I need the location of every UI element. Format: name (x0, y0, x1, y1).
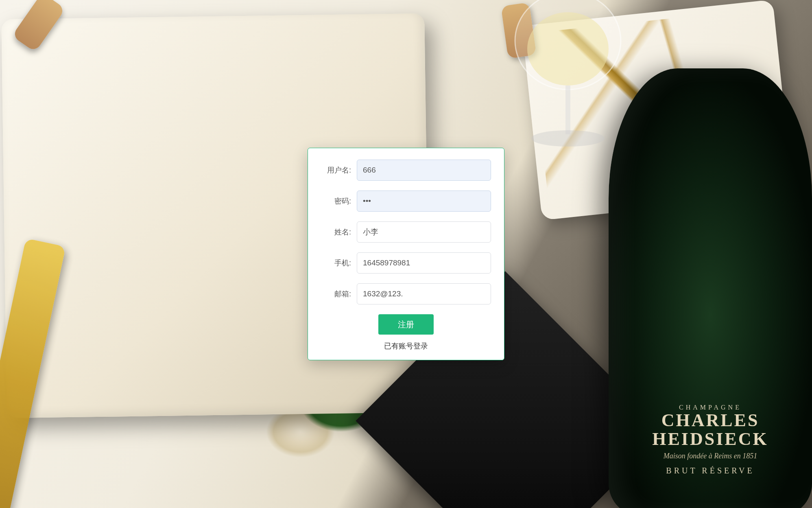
login-link-row: 已有账号登录 (321, 341, 491, 351)
name-row: 姓名: (321, 221, 491, 243)
email-label: 邮箱: (321, 289, 357, 299)
register-card: 用户名: 密码: 姓名: 手机: 邮箱: 注册 已有账号登录 (308, 148, 504, 360)
register-button[interactable]: 注册 (378, 314, 434, 335)
name-label: 姓名: (321, 227, 357, 237)
phone-label: 手机: (321, 258, 357, 268)
bottle-label: CHAMPAGNE CHARLES HEIDSIECK Maison fondé… (633, 401, 788, 475)
phone-row: 手机: (321, 252, 491, 274)
password-label: 密码: (321, 196, 357, 206)
login-link[interactable]: 已有账号登录 (384, 341, 428, 351)
password-row: 密码: (321, 190, 491, 212)
bottle-label-brand1: CHARLES (633, 411, 788, 430)
email-row: 邮箱: (321, 283, 491, 304)
champagne-bottle-decor: CHAMPAGNE CHARLES HEIDSIECK Maison fondé… (609, 68, 812, 508)
password-input[interactable] (357, 190, 491, 212)
bottle-label-brand2: HEIDSIECK (633, 430, 788, 449)
submit-row: 注册 (321, 314, 491, 335)
bottle-label-script: Maison fondée à Reims en 1851 (633, 452, 788, 460)
username-label: 用户名: (321, 165, 357, 175)
phone-input[interactable] (357, 252, 491, 274)
email-input[interactable] (357, 283, 491, 304)
name-input[interactable] (357, 221, 491, 243)
bottle-label-brut: BRUT RÉSERVE (633, 466, 788, 475)
username-row: 用户名: (321, 160, 491, 181)
username-input[interactable] (357, 160, 491, 181)
